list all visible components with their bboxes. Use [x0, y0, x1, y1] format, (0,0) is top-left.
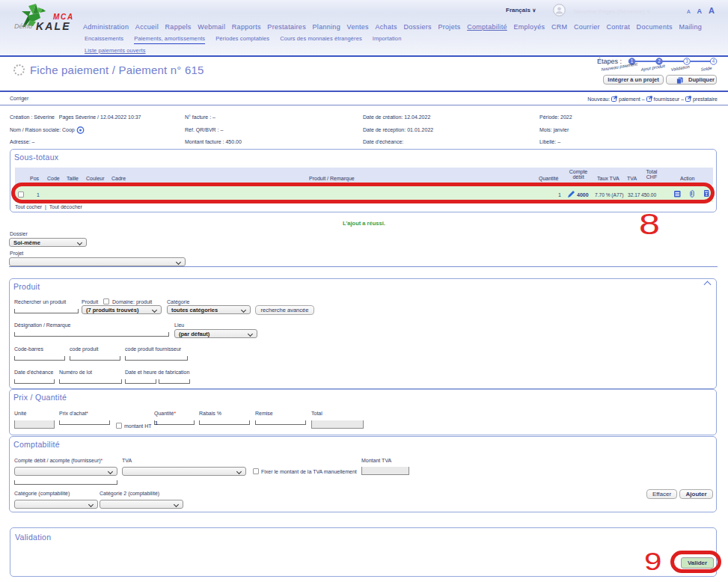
svg-text:Solde: Solde [700, 66, 712, 72]
svg-text:Validation: Validation [670, 64, 690, 72]
svg-text:4: 4 [712, 58, 715, 64]
svg-text:Ajout produit: Ajout produit [640, 64, 665, 72]
svg-text:Nouveau paiement: Nouveau paiement [601, 61, 637, 72]
svg-text:Démo: Démo [14, 22, 32, 30]
svg-text:KALE: KALE [36, 20, 71, 32]
svg-text:3: 3 [685, 58, 688, 64]
svg-text:2: 2 [658, 58, 661, 64]
